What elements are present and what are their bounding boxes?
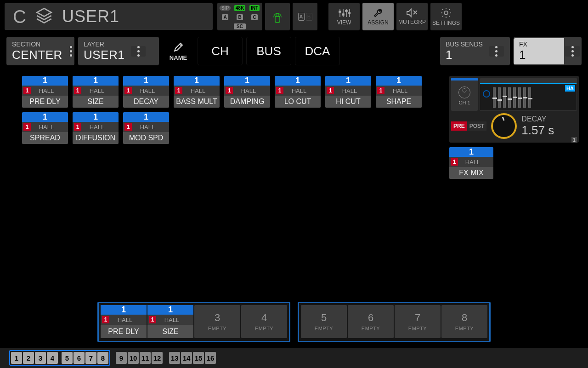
knob-slot-empty[interactable]: 7EMPTY: [395, 305, 441, 338]
page-button[interactable]: 12: [152, 352, 163, 364]
param-tile[interactable]: 11HALLMOD SPD: [123, 112, 169, 144]
param-tile[interactable]: 11HALLDAMPING: [224, 76, 270, 108]
page-button[interactable]: 4: [47, 352, 58, 364]
page-button[interactable]: 1: [11, 352, 22, 364]
knob-slot-empty[interactable]: 6EMPTY: [348, 305, 394, 338]
sliders-icon: [338, 7, 351, 18]
usb-button[interactable]: [265, 3, 290, 30]
page-button[interactable]: 14: [181, 352, 192, 364]
detail-index: 1: [571, 137, 577, 143]
param-tile[interactable]: 11HALLHI CUT: [325, 76, 371, 108]
bus-tab[interactable]: BUS: [246, 37, 291, 65]
knob-slot-empty[interactable]: 5EMPTY: [301, 305, 347, 338]
clock-badge: INT: [249, 5, 260, 11]
settings-button[interactable]: SETTINGS: [430, 3, 462, 30]
svg-point-12: [444, 11, 448, 15]
parameter-detail-panel: CH 1 HA: [449, 76, 579, 143]
wrench-icon: [372, 7, 384, 18]
group-c-badge: C: [251, 14, 257, 20]
dca-tab[interactable]: DCA: [295, 37, 340, 65]
rack-knob-icon: [483, 90, 490, 98]
fx-rack-display[interactable]: HA: [480, 78, 577, 111]
param-tile[interactable]: 11HALLPRE DLY: [22, 76, 68, 108]
layers-icon: [34, 6, 54, 27]
group-b-badge: B: [237, 14, 243, 20]
header-layer-display[interactable]: C USER1: [5, 3, 213, 30]
mutegrp-button[interactable]: MUTEGRP: [396, 3, 428, 30]
knob-slot-empty[interactable]: 4EMPTY: [241, 305, 287, 338]
pre-post-toggle[interactable]: PRE POST: [451, 121, 486, 131]
knob-slot-filled[interactable]: 11HALLPRE DLY: [101, 305, 147, 338]
page-button[interactable]: 16: [205, 352, 216, 364]
page-group: 9101112: [115, 351, 164, 365]
channel-box[interactable]: CH 1: [451, 78, 478, 111]
page-button[interactable]: 3: [35, 352, 46, 364]
knob-slot-empty[interactable]: 8EMPTY: [441, 305, 487, 338]
knob-slot-group-a: 11HALLPRE DLY11HALLSIZE3EMPTY4EMPTY: [97, 302, 290, 342]
svg-rect-0: [275, 16, 280, 23]
param-tile[interactable]: 11HALLSHAPE: [376, 76, 422, 108]
page-bar: 12345678910111213141516: [0, 348, 588, 368]
fx-selector[interactable]: FX 1: [514, 37, 582, 65]
knob-slot-group-b: 5EMPTY6EMPTY7EMPTY8EMPTY: [298, 302, 491, 342]
page-button[interactable]: 10: [128, 352, 139, 364]
bus-sends-menu-icon[interactable]: [489, 46, 504, 57]
page-button[interactable]: 7: [85, 352, 96, 364]
layer-name: USER1: [62, 7, 119, 26]
mic-icon: [458, 86, 470, 98]
param-tile[interactable]: 11HALLSIZE: [73, 76, 119, 108]
page-button[interactable]: 15: [193, 352, 204, 364]
assign-button[interactable]: ASSIGN: [362, 3, 394, 30]
param-tile[interactable]: 11HALLSPREAD: [22, 112, 68, 144]
section-letter: C: [13, 6, 26, 27]
page-button[interactable]: 11: [140, 352, 151, 364]
page-button[interactable]: 8: [97, 352, 108, 364]
rate-badge: 48K: [234, 5, 245, 11]
param-tile[interactable]: 11HALLBASS MULT: [174, 76, 220, 108]
knob-slot-filled[interactable]: 11HALLSIZE: [147, 305, 193, 338]
svg-rect-8: [345, 10, 347, 12]
mute-icon: [406, 8, 418, 18]
knob-slot-empty[interactable]: 3EMPTY: [194, 305, 240, 338]
svg-rect-6: [339, 11, 341, 12]
layer-menu-icon[interactable]: [131, 46, 146, 57]
page-button[interactable]: 6: [74, 352, 85, 364]
usb-icon: [272, 10, 283, 23]
param-tile[interactable]: 11HALLDIFFUSION: [73, 112, 119, 144]
page-button[interactable]: 2: [23, 352, 34, 364]
svg-rect-9: [349, 12, 351, 14]
sd-b: B: [306, 13, 312, 21]
page-button[interactable]: 5: [62, 352, 73, 364]
param-tile[interactable]: 11HALLDECAY: [123, 76, 169, 108]
name-button[interactable]: NAME: [163, 37, 194, 65]
ha-badge: HA: [565, 85, 575, 92]
page-group-active: 12345678: [9, 350, 110, 366]
page-button[interactable]: 13: [169, 352, 180, 364]
knob-label: DECAY: [521, 115, 554, 123]
pencil-icon: [172, 41, 184, 53]
section-selector[interactable]: SECTION CENTER: [6, 37, 74, 65]
sd-button[interactable]: A B: [293, 3, 317, 30]
section-menu-icon[interactable]: [69, 46, 74, 57]
svg-rect-7: [342, 14, 344, 15]
gear-icon: [440, 7, 452, 19]
view-button[interactable]: VIEW: [328, 3, 360, 30]
ch-tab[interactable]: CH: [198, 37, 243, 65]
sd-a: A: [298, 13, 305, 21]
group-a-badge: A: [222, 14, 228, 20]
sc-badge: SC: [234, 23, 246, 29]
layer-selector[interactable]: LAYER USER1: [78, 37, 159, 65]
fx-menu-icon[interactable]: [565, 46, 580, 57]
parameter-knob[interactable]: [491, 113, 517, 139]
bus-sends-selector[interactable]: BUS SENDS 1: [440, 37, 510, 65]
fx-mix-tile[interactable]: 1 1HALL FX MIX: [449, 147, 493, 179]
page-group: 13141516: [168, 351, 217, 365]
status-panel[interactable]: SIP 48K INT A B C SC: [217, 3, 262, 30]
knob-value: 1.57 s: [521, 123, 554, 138]
param-tile[interactable]: 11HALLLO CUT: [275, 76, 321, 108]
sip-badge: SIP: [219, 5, 231, 11]
page-button[interactable]: 9: [116, 352, 127, 364]
